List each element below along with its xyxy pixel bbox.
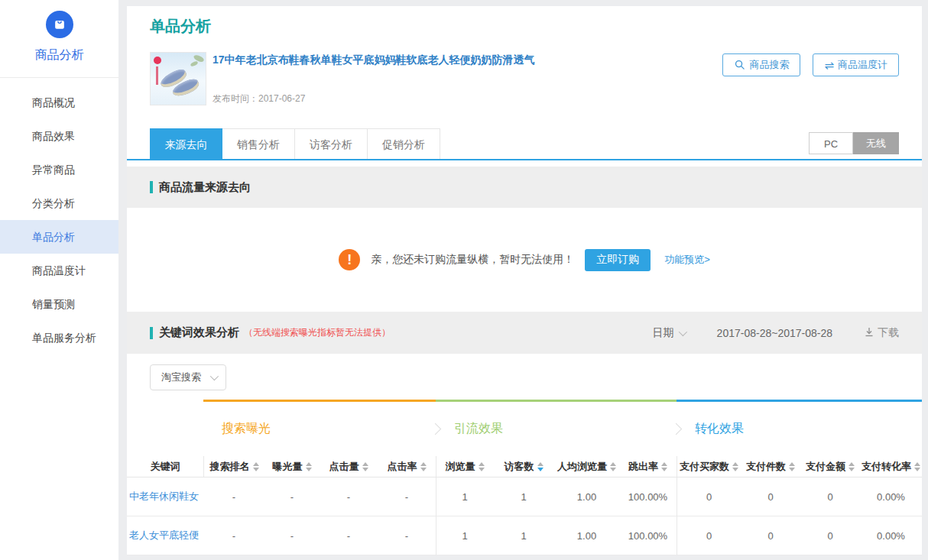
group-spacer xyxy=(127,400,203,456)
sort-icon[interactable] xyxy=(914,462,920,471)
search-channel-select[interactable]: 淘宝搜索 xyxy=(150,364,226,390)
group-conversion-effect: 转化效果 xyxy=(677,400,922,456)
col-pay-buyers: 支付买家数 xyxy=(677,456,741,477)
page-title: 单品分析 xyxy=(150,17,899,35)
sort-icon[interactable] xyxy=(849,462,855,471)
product-publish-time: 发布时间：2017-06-27 xyxy=(213,92,535,105)
image-leaf-decoration xyxy=(190,60,198,66)
toggle-pc[interactable]: PC xyxy=(809,132,853,154)
sort-icon[interactable] xyxy=(362,462,368,471)
sidebar-item-abnormal[interactable]: 异常商品 xyxy=(0,153,118,186)
col-search-rank: 搜索排名 xyxy=(203,456,264,477)
notice-text: 亲，您还未订购流量纵横，暂时无法使用！ xyxy=(371,253,574,267)
sidebar: 商品分析 商品概况 商品效果 异常商品 分类分析 单品分析 商品温度计 销量预测… xyxy=(0,0,118,560)
search-icon xyxy=(734,59,745,72)
keyword-section-note: （无线端搜索曝光指标暂无法提供） xyxy=(244,326,391,339)
image-badge-strip xyxy=(156,66,158,85)
keyword-section-header: 关键词效果分析 （无线端搜索曝光指标暂无法提供） 日期 2017-08-28~2… xyxy=(127,312,922,354)
sort-icon[interactable] xyxy=(479,462,485,471)
col-exposure: 曝光量 xyxy=(264,456,320,477)
table-row: 老人女平底轻便 - - - - 1 1 1.00 100.00% 0 0 0 0… xyxy=(127,516,922,555)
tab-visitor-analysis[interactable]: 访客分析 xyxy=(295,128,368,159)
compare-arrows-icon: ⇌ xyxy=(824,60,834,71)
date-label: 日期 xyxy=(653,326,674,340)
col-pay-conversion: 支付转化率 xyxy=(860,456,922,477)
column-header-row: 关键词 搜索排名 曝光量 点击量 点击率 浏览量 访客数 人均浏览量 跳出率 支… xyxy=(127,456,922,477)
tab-source-destination[interactable]: 来源去向 xyxy=(150,128,222,159)
section-accent-bar xyxy=(150,327,153,339)
col-keyword: 关键词 xyxy=(127,456,203,477)
section-accent-bar xyxy=(150,181,153,193)
date-range-value: 2017-08-28~2017-08-28 xyxy=(717,327,832,339)
image-badge-dot xyxy=(154,57,161,64)
flow-section-title: 商品流量来源去向 xyxy=(159,180,251,195)
date-dropdown[interactable]: 日期 xyxy=(653,326,685,340)
product-thermometer-label: 商品温度计 xyxy=(838,58,887,72)
table-row: 中老年休闲鞋女 - - - - 1 1 1.00 100.00% 0 0 0 0… xyxy=(127,477,922,516)
col-avg-pageviews: 人均浏览量 xyxy=(554,456,619,477)
sort-icon[interactable] xyxy=(789,462,795,471)
col-pageviews: 浏览量 xyxy=(436,456,493,477)
main-panel: 单品分析 17中年老北京布鞋春秋单鞋女平底妈妈鞋软底老人轻便奶奶防滑透气 发布时… xyxy=(127,6,922,555)
product-title-link[interactable]: 17中年老北京布鞋春秋单鞋女平底妈妈鞋软底老人轻便奶奶防滑透气 xyxy=(213,53,535,67)
column-group-row: 搜索曝光 引流效果 转化效果 xyxy=(127,400,922,456)
download-label: 下载 xyxy=(878,326,899,340)
sidebar-item-effect[interactable]: 商品效果 xyxy=(0,119,118,153)
shopping-bag-icon xyxy=(46,11,73,38)
product-search-label: 商品搜索 xyxy=(749,58,789,72)
sort-icon[interactable] xyxy=(420,462,427,471)
product-image xyxy=(150,52,206,105)
col-visitors: 访客数 xyxy=(493,456,554,477)
flow-section-header: 商品流量来源去向 xyxy=(127,167,922,208)
order-now-button[interactable]: 立即订购 xyxy=(585,249,651,271)
sidebar-item-single-item[interactable]: 单品分析 xyxy=(0,220,118,254)
product-thermometer-button[interactable]: ⇌ 商品温度计 xyxy=(813,53,899,76)
sidebar-title: 商品分析 xyxy=(0,47,118,78)
feature-preview-link[interactable]: 功能预览> xyxy=(664,253,710,267)
keyword-effect-table: 搜索曝光 引流效果 转化效果 关键词 搜索排名 曝光量 点击量 点击率 浏览量 … xyxy=(127,400,922,555)
group-search-exposure: 搜索曝光 xyxy=(203,400,436,456)
col-pay-amount: 支付金额 xyxy=(800,456,860,477)
chevron-down-icon xyxy=(678,327,686,335)
product-search-button[interactable]: 商品搜索 xyxy=(722,53,800,76)
sort-icon[interactable] xyxy=(610,462,616,471)
chevron-down-icon xyxy=(210,372,219,380)
sidebar-header: 商品分析 xyxy=(0,0,118,78)
col-clicks: 点击量 xyxy=(320,456,378,477)
sidebar-item-service[interactable]: 单品服务分析 xyxy=(0,321,118,354)
sidebar-item-sales-forecast[interactable]: 销量预测 xyxy=(0,287,118,321)
download-link[interactable]: 下载 xyxy=(865,326,899,340)
tab-bar: 来源去向 销售分析 访客分析 促销分析 PC 无线 xyxy=(127,128,922,159)
sidebar-item-thermometer[interactable]: 商品温度计 xyxy=(0,254,118,287)
product-header: 17中年老北京布鞋春秋单鞋女平底妈妈鞋软底老人轻便奶奶防滑透气 发布时间：201… xyxy=(127,52,922,105)
sidebar-item-overview[interactable]: 商品概况 xyxy=(0,86,118,119)
sidebar-item-category[interactable]: 分类分析 xyxy=(0,186,118,220)
keyword-link[interactable]: 中老年休闲鞋女 xyxy=(127,477,203,516)
col-pay-items: 支付件数 xyxy=(741,456,800,477)
tab-sales-analysis[interactable]: 销售分析 xyxy=(222,128,295,159)
download-icon xyxy=(865,327,874,339)
keyword-section-title: 关键词效果分析 xyxy=(159,325,239,340)
sort-icon[interactable] xyxy=(306,462,312,471)
sort-icon-active[interactable] xyxy=(537,462,543,471)
sort-icon[interactable] xyxy=(732,462,738,471)
sort-icon[interactable] xyxy=(253,462,259,471)
search-channel-value: 淘宝搜索 xyxy=(161,371,201,384)
device-toggle: PC 无线 xyxy=(809,132,899,154)
toggle-wireless[interactable]: 无线 xyxy=(853,132,899,154)
warning-icon: ! xyxy=(339,249,360,270)
col-bounce-rate: 跳出率 xyxy=(619,456,677,477)
group-traffic-effect: 引流效果 xyxy=(436,400,677,456)
subscription-notice: ! 亲，您还未订购流量纵横，暂时无法使用！ 立即订购 功能预览> xyxy=(127,208,922,312)
tab-promotion-analysis[interactable]: 促销分析 xyxy=(368,128,440,159)
col-ctr: 点击率 xyxy=(378,456,436,477)
keyword-link[interactable]: 老人女平底轻便 xyxy=(127,516,203,555)
sort-icon[interactable] xyxy=(661,462,667,471)
sidebar-menu: 商品概况 商品效果 异常商品 分类分析 单品分析 商品温度计 销量预测 单品服务… xyxy=(0,86,118,354)
